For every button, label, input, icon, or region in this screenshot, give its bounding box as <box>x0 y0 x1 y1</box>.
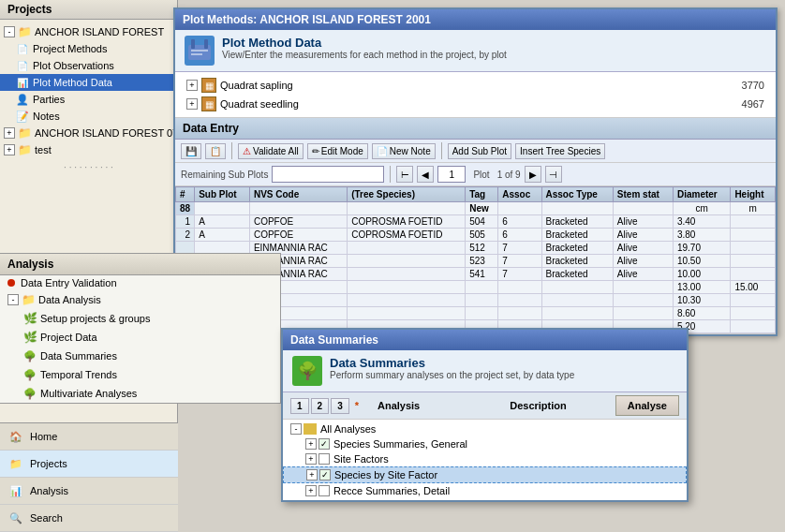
nav-next-btn[interactable]: ▶ <box>525 166 541 183</box>
summaries-header: 🌳 Data Summaries Perform summary analyse… <box>283 350 687 392</box>
summaries-list: - All Analyses + ✓ Species Summaries, Ge… <box>283 420 687 500</box>
insert-tree-species-button[interactable]: Insert Tree Species <box>515 143 605 159</box>
note-label: New Note <box>390 146 431 156</box>
expand-icon-seedling[interactable]: + <box>186 98 198 110</box>
toolbar-btn-clipboard[interactable]: 📋 <box>205 143 226 159</box>
table-header-row: # Sub Plot NVS Code (Tree Species) Tag A… <box>176 187 776 202</box>
analysis-label-setup: Setup projects & groups <box>40 313 150 324</box>
expand-icon-species-general[interactable]: + <box>305 438 317 450</box>
nav-label-search: Search <box>30 512 63 524</box>
col-header-assoc: Assoc <box>498 187 541 202</box>
tree-item-plot-observations[interactable]: 📄 Plot Observations <box>0 57 177 74</box>
sum-item-species-general[interactable]: + ✓ Species Summaries, General <box>283 436 687 451</box>
validate-all-button[interactable]: ⚠ Validate All <box>238 143 304 159</box>
nav-btn-projects[interactable]: 📁 Projects <box>0 451 178 478</box>
checkbox-species-site[interactable]: ✓ <box>319 469 331 480</box>
sum-item-site-factors[interactable]: + Site Factors <box>283 451 687 466</box>
analyse-button[interactable]: Analyse <box>615 395 679 416</box>
tree-item-anchor-island-forest[interactable]: - 📁 ANCHOR ISLAND FOREST <box>0 23 177 40</box>
tree-item-test[interactable]: + 📁 test <box>0 141 177 158</box>
toolbar-btn-save[interactable]: 💾 <box>181 143 201 159</box>
edit-label: Edit Mode <box>321 146 363 156</box>
edit-mode-button[interactable]: ✏ Edit Mode <box>307 143 368 159</box>
expand-icon-sapling[interactable]: + <box>186 80 198 91</box>
insert-tree-label: Insert Tree Species <box>520 146 600 156</box>
analysis-item-project-data[interactable]: 🌿 Project Data <box>0 328 280 347</box>
col-header-diameter: Diameter <box>673 187 730 202</box>
cell-assoc <box>498 281 541 294</box>
cell-dia: 13.00 <box>673 281 730 294</box>
cell-assoc-type <box>541 294 613 307</box>
remaining-input[interactable] <box>272 166 384 183</box>
tree-item-notes[interactable]: 📝 Notes <box>0 108 177 125</box>
analysis-item-temporal[interactable]: 🌳 Temporal Trends <box>0 365 280 384</box>
analysis-item-validation[interactable]: Data Entry Validation <box>0 275 280 290</box>
checkbox-recce[interactable] <box>318 485 330 496</box>
expand-icon-all[interactable]: - <box>290 423 302 435</box>
analysis-item-data-analysis[interactable]: - 📁 Data Analysis <box>0 290 280 309</box>
nav-btn-home[interactable]: 🏠 Home <box>0 423 178 451</box>
checkbox-site-factors[interactable] <box>318 453 330 465</box>
cell-height <box>731 294 776 307</box>
cell-dia: 3.40 <box>673 215 730 229</box>
analysis-label-data-summaries: Data Summaries <box>40 350 117 362</box>
tree-item-plot-method-data[interactable]: 📊 Plot Method Data <box>0 74 177 91</box>
nav-last-btn[interactable]: ⊣ <box>545 166 562 183</box>
col-header-nvs: NVS Code <box>249 187 347 202</box>
expand-icon-test[interactable]: + <box>4 144 15 155</box>
analysis-item-data-summaries[interactable]: 🌳 Data Summaries <box>0 347 280 365</box>
nav-separator <box>390 166 391 183</box>
remaining-label: Remaining Sub Plots <box>181 170 268 180</box>
col-header-height: Height <box>731 187 776 202</box>
tab-2[interactable]: 2 <box>311 398 330 414</box>
tree-item-anchor-forest-07[interactable]: + 📁 ANCHOR ISLAND FOREST 07 <box>0 125 177 141</box>
analysis-item-setup[interactable]: 🌿 Setup projects & groups <box>0 309 280 328</box>
method-item-seedling[interactable]: + ▦ Quadrat seedling 4967 <box>183 95 768 113</box>
expand-icon-07[interactable]: + <box>4 127 15 139</box>
tree-item-project-methods[interactable]: 📄 Project Methods <box>0 40 177 57</box>
analysis-item-multivariate[interactable]: 🌳 Multivariate Analyses <box>0 384 280 403</box>
nav-btn-analysis[interactable]: 📊 Analysis <box>0 478 178 505</box>
tree-item-parties[interactable]: 👤 Parties <box>0 91 177 108</box>
table-row[interactable]: 1 A COPFOE COPROSMA FOETID 504 6 Bracket… <box>176 215 776 229</box>
expand-icon-data-analysis[interactable]: - <box>7 294 19 305</box>
expand-icon-site-factors[interactable]: + <box>305 453 317 465</box>
tab-star[interactable]: * <box>351 398 363 413</box>
folder-icon-data-analysis: 📁 <box>21 292 36 307</box>
expand-icon[interactable]: - <box>4 26 15 37</box>
expand-icon-recce[interactable]: + <box>305 485 317 496</box>
nav-prev-btn[interactable]: ◀ <box>417 166 434 183</box>
search-icon: 🔍 <box>7 510 24 526</box>
checkbox-species-general[interactable]: ✓ <box>318 438 330 450</box>
cell-assoc: 7 <box>498 242 541 255</box>
cell-height <box>731 242 776 255</box>
cell-stem <box>613 281 673 294</box>
table-row[interactable]: 2 A COPFOE COPROSMA FOETID 505 6 Bracket… <box>176 229 776 242</box>
method-item-sapling[interactable]: + ▦ Quadrat sapling 3770 <box>183 76 768 95</box>
col-analysis-header: Analysis <box>370 398 427 413</box>
nav-first-btn[interactable]: ⊢ <box>396 166 413 183</box>
add-sub-plot-button[interactable]: Add Sub Plot <box>448 143 511 159</box>
cell-dia: 19.70 <box>673 242 730 255</box>
tab-3[interactable]: 3 <box>331 398 349 414</box>
cell-dia: 8.60 <box>673 307 730 320</box>
page-input[interactable] <box>437 166 466 183</box>
nav-btn-search[interactable]: 🔍 Search <box>0 505 178 532</box>
new-note-button[interactable]: 📄 New Note <box>372 143 436 159</box>
cell-nvs: COPFOE <box>249 229 347 242</box>
cell-nvs: COPFOE <box>249 215 347 229</box>
cell-assoc <box>498 294 541 307</box>
cell-stem <box>613 307 673 320</box>
nav-label-projects: Projects <box>30 458 67 469</box>
note-icon: 📄 <box>377 146 388 156</box>
analysis-label-multivariate: Multivariate Analyses <box>40 388 137 399</box>
chart-icon-plot-method: 📊 <box>15 75 30 90</box>
sum-item-species-site[interactable]: + ✓ Species by Site Factor <box>283 466 687 483</box>
expand-icon-species-site[interactable]: + <box>306 469 318 480</box>
tab-1[interactable]: 1 <box>290 398 309 414</box>
cell-assoc-type: Bracketed <box>541 242 613 255</box>
cell-assoc-type: Bracketed <box>541 268 613 281</box>
sum-item-recce[interactable]: + Recce Summaries, Detail <box>283 483 687 498</box>
table-subheader-row: 88 New cm m <box>176 202 776 215</box>
sum-item-all[interactable]: - All Analyses <box>283 421 687 436</box>
